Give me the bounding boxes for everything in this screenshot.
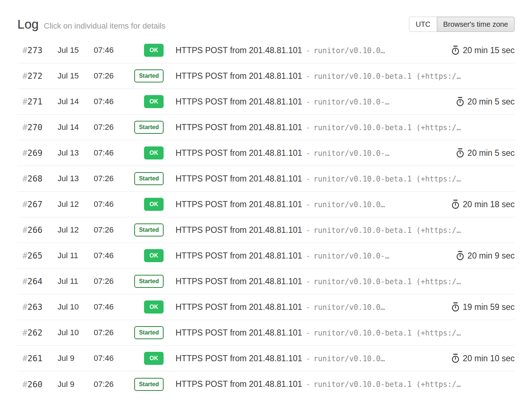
event-date: Jul 9 [58,354,94,363]
log-row[interactable]: #263 Jul 10 07:46 OK HTTPS POST from 201… [17,294,515,320]
event-description: HTTPS POST from 201.48.81.101 [176,251,302,261]
event-time: 07:46 [94,97,127,106]
separator-dash: - [307,123,309,132]
separator-dash: - [307,226,309,235]
log-row[interactable]: #267 Jul 12 07:46 OK HTTPS POST from 201… [17,192,515,217]
duration-text: 20 min 9 sec [468,251,515,261]
event-description: HTTPS POST from 201.48.81.101 [176,97,302,107]
status-badge-cell: Started [127,223,164,236]
log-row[interactable]: #271 Jul 14 07:46 OK HTTPS POST from 201… [17,89,515,115]
log-row[interactable]: #262 Jul 10 07:26 Started HTTPS POST fro… [17,320,515,346]
duration: 20 min 18 sec [443,199,515,209]
event-time: 07:26 [94,380,127,389]
duration: 20 min 9 sec [448,251,515,261]
check-number-value: 262 [28,328,43,337]
status-badge-cell: Started [127,378,164,391]
check-number: #271 [22,97,58,106]
status-badge: OK [144,44,164,57]
separator-dash: - [307,72,309,81]
check-number: #268 [22,174,58,183]
duration-text: 20 min 10 sec [463,354,515,363]
status-badge-cell: Started [127,275,164,288]
event-time: 07:26 [94,328,127,337]
status-badge: OK [144,198,164,211]
hash-prefix: # [22,328,28,337]
log-row[interactable]: #264 Jul 11 07:26 Started HTTPS POST fro… [17,269,515,294]
status-badge: Started [134,275,164,288]
event-description: HTTPS POST from 201.48.81.101 [176,277,302,286]
page-subtitle: Click on individual items for details [44,21,165,31]
log-row[interactable]: #272 Jul 15 07:26 Started HTTPS POST fro… [17,63,515,89]
log-row[interactable]: #260 Jul 9 07:26 Started HTTPS POST from… [17,371,515,397]
hash-prefix: # [22,277,28,286]
user-agent: runitor/v0.10.0-beta.1 (+https:/… [313,380,461,389]
user-agent: runitor/v0.10.0-… [313,252,389,260]
event-description: HTTPS POST from 201.48.81.101 [176,71,302,81]
event-date: Jul 12 [58,225,94,235]
status-badge: OK [144,95,164,108]
event-time: 07:26 [94,277,127,286]
check-number-value: 268 [28,174,43,183]
stopwatch-icon [451,199,460,209]
log-row[interactable]: #266 Jul 12 07:26 Started HTTPS POST fro… [17,217,515,243]
event-time: 07:46 [94,354,127,363]
separator-dash: - [307,328,309,338]
page-header: Log Click on individual items for detail… [17,17,515,32]
log-row[interactable]: #261 Jul 9 07:46 OK HTTPS POST from 201.… [17,346,515,371]
event-description: HTTPS POST from 201.48.81.101 [176,225,302,235]
event-date: Jul 15 [58,71,94,81]
check-number: #272 [22,71,58,81]
event-description: HTTPS POST from 201.48.81.101 [176,328,302,338]
event-description: HTTPS POST from 201.48.81.101 [176,174,302,184]
check-number-value: 261 [28,354,43,363]
event-description-cell: HTTPS POST from 201.48.81.101 - runitor/… [164,71,495,81]
separator-dash: - [307,277,309,286]
check-number: #267 [22,200,58,209]
hash-prefix: # [22,251,28,260]
log-row[interactable]: #269 Jul 13 07:46 OK HTTPS POST from 201… [17,140,515,166]
duration: 20 min 10 sec [443,353,515,363]
status-badge-cell: Started [127,121,164,134]
status-badge-cell: Started [127,326,164,339]
utc-button[interactable]: UTC [409,17,437,32]
event-date: Jul 14 [58,123,94,132]
log-row[interactable]: #268 Jul 13 07:26 Started HTTPS POST fro… [17,166,515,192]
separator-dash: - [307,149,309,158]
separator-dash: - [307,354,309,363]
browsers-timezone-button[interactable]: Browser's time zone [437,17,515,32]
status-badge-cell: OK [127,95,164,108]
event-description: HTTPS POST from 201.48.81.101 [176,46,302,55]
hash-prefix: # [22,71,28,81]
log-row[interactable]: #270 Jul 14 07:26 Started HTTPS POST fro… [17,115,515,140]
event-description-cell: HTTPS POST from 201.48.81.101 - runitor/… [164,277,495,286]
user-agent: runitor/v0.10.0-… [313,149,389,158]
timezone-toggle: UTC Browser's time zone [409,17,515,32]
status-badge: Started [134,69,164,82]
separator-dash: - [307,46,309,55]
event-description-cell: HTTPS POST from 201.48.81.101 - runitor/… [164,251,448,261]
event-date: Jul 13 [58,148,94,158]
log-row[interactable]: #265 Jul 11 07:46 OK HTTPS POST from 201… [17,243,515,269]
log-row[interactable]: #273 Jul 15 07:46 OK HTTPS POST from 201… [17,38,515,63]
check-number-value: 273 [28,46,43,55]
duration-text: 20 min 18 sec [463,200,515,209]
event-description-cell: HTTPS POST from 201.48.81.101 - runitor/… [164,123,495,132]
check-number: #273 [22,46,58,55]
separator-dash: - [307,200,309,209]
status-badge-cell: Started [127,69,164,82]
status-badge-cell: OK [127,198,164,211]
hash-prefix: # [22,354,28,363]
log-page: Log Click on individual items for detail… [0,17,532,397]
hash-prefix: # [22,174,28,183]
check-number: #264 [22,277,58,286]
user-agent: runitor/v0.10.0-beta.1 (+https:/… [313,277,461,286]
check-number: #260 [22,380,58,389]
check-number-value: 264 [28,277,43,286]
status-badge: OK [144,352,164,365]
stopwatch-icon [451,353,460,363]
status-badge: OK [144,300,164,314]
status-badge-cell: OK [127,352,164,365]
duration-text: 19 min 59 sec [463,302,515,312]
event-description-cell: HTTPS POST from 201.48.81.101 - runitor/… [164,379,495,389]
user-agent: runitor/v0.10.0-… [313,98,389,106]
